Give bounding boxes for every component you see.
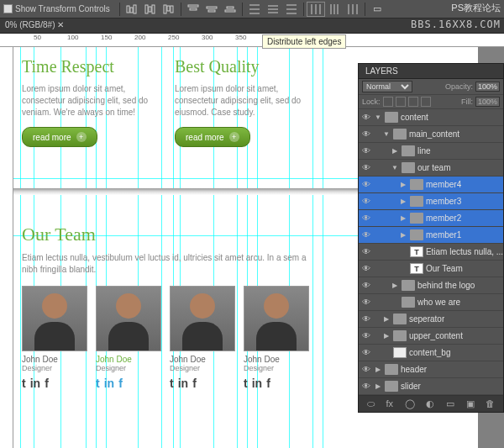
layer-row[interactable]: 👁▶slider [359,378,503,395]
layer-row[interactable]: 👁▶upper_content [359,328,503,345]
layer-row[interactable]: 👁TOur Team [359,261,503,277]
visibility-icon[interactable]: 👁 [359,197,374,206]
linkedin-icon[interactable]: in [30,377,40,390]
visibility-icon[interactable]: 👁 [359,281,374,290]
visibility-icon[interactable]: 👁 [359,113,374,122]
visibility-icon[interactable]: 👁 [359,213,374,223]
visibility-icon[interactable]: 👁 [359,247,374,256]
visibility-icon[interactable]: 👁 [359,264,374,273]
fill-value[interactable]: 100% [475,97,500,107]
ruler-vertical[interactable] [0,47,13,448]
layer-row[interactable]: 👁▼main_content [359,126,503,143]
layer-name[interactable]: seperator [409,314,444,324]
layer-tree[interactable]: 👁▼content👁▼main_content👁▶line👁▼our team👁… [359,109,503,395]
visibility-icon[interactable]: 👁 [359,331,374,340]
visibility-icon[interactable]: 👁 [359,163,374,172]
layer-row[interactable]: 👁▼content [359,109,503,126]
visibility-icon[interactable]: 👁 [359,180,374,189]
visibility-icon[interactable]: 👁 [359,382,374,391]
twitter-icon[interactable]: t [22,377,26,390]
layer-row[interactable]: 👁▶seperator [359,311,503,328]
facebook-icon[interactable]: f [118,377,123,390]
read-more-button[interactable]: read more+ [175,127,250,147]
layer-row[interactable]: 👁▶behind the logo [359,277,503,294]
lock-position-icon[interactable] [408,97,418,107]
linkedin-icon[interactable]: in [178,377,188,390]
link-icon[interactable]: ⬭ [367,398,375,409]
layer-row[interactable]: 👁content_bg [359,345,503,361]
layer-row[interactable]: 👁▶member4 [359,177,503,193]
layer-name[interactable]: header [401,365,427,374]
mask-icon[interactable]: ▭ [368,2,386,17]
expand-chevron-icon[interactable]: ▶ [391,282,399,289]
align-icon[interactable] [221,2,239,17]
visibility-icon[interactable]: 👁 [359,314,374,324]
twitter-icon[interactable]: t [96,377,100,390]
layer-name[interactable]: slider [401,382,421,391]
visibility-icon[interactable]: 👁 [359,298,374,307]
expand-chevron-icon[interactable]: ▶ [382,315,391,323]
distribute-left-icon[interactable] [307,2,325,17]
mask-icon[interactable]: ◯ [405,398,415,409]
expand-chevron-icon[interactable]: ▼ [382,130,391,138]
expand-chevron-icon[interactable]: ▶ [374,382,382,390]
facebook-icon[interactable]: f [192,377,197,390]
facebook-icon[interactable]: f [45,377,49,390]
linkedin-icon[interactable]: in [252,377,262,390]
layer-name[interactable]: content [401,113,428,122]
align-icon[interactable] [184,2,202,17]
layer-name[interactable]: our team [417,163,450,172]
layer-name[interactable]: Our Team [426,264,463,273]
twitter-icon[interactable]: t [170,377,174,390]
expand-chevron-icon[interactable]: ▶ [391,147,399,155]
group-icon[interactable]: ▭ [446,398,454,409]
transform-checkbox[interactable] [3,4,13,13]
align-icon[interactable] [123,2,141,17]
distribute-icon[interactable] [325,2,344,17]
layer-name[interactable]: upper_content [409,331,463,340]
lock-all-icon[interactable] [421,97,431,107]
adjustment-icon[interactable]: ◐ [426,398,434,409]
distribute-icon[interactable] [264,2,282,17]
layer-name[interactable]: main_content [409,129,459,139]
expand-chevron-icon[interactable]: ▶ [399,214,407,222]
layer-name[interactable]: content_bg [409,348,451,357]
expand-chevron-icon[interactable]: ▶ [399,181,407,188]
layer-row[interactable]: 👁▶member2 [359,210,503,227]
layer-name[interactable]: line [417,146,431,155]
layers-tab[interactable]: LAYERS [359,64,503,79]
layer-name[interactable]: member4 [426,180,461,189]
distribute-icon[interactable] [344,2,362,17]
layer-row[interactable]: 👁▶member1 [359,227,503,244]
new-layer-icon[interactable]: ▣ [466,398,475,409]
delete-icon[interactable]: 🗑 [486,398,495,409]
visibility-icon[interactable]: 👁 [359,365,374,374]
expand-chevron-icon[interactable]: ▼ [391,164,399,171]
layer-name[interactable]: member2 [426,213,461,223]
expand-chevron-icon[interactable]: ▶ [399,198,407,205]
distribute-icon[interactable] [245,2,264,17]
opacity-value[interactable]: 100% [475,82,500,92]
align-icon[interactable] [160,2,178,17]
layer-name[interactable]: member1 [426,230,461,240]
read-more-button[interactable]: read more+ [22,127,97,147]
visibility-icon[interactable]: 👁 [359,348,374,357]
align-icon[interactable] [141,2,160,17]
align-icon[interactable] [202,2,221,17]
visibility-icon[interactable]: 👁 [359,129,374,139]
layer-row[interactable]: 👁▶line [359,143,503,160]
ruler-horizontal[interactable]: 50 100 150 200 250 300 350 400 450 [0,34,504,47]
layer-row[interactable]: 👁who we are [359,294,503,311]
lock-pixels-icon[interactable] [396,97,406,107]
expand-chevron-icon[interactable]: ▼ [374,113,382,121]
lock-transparency-icon[interactable] [383,97,393,107]
distribute-icon[interactable] [282,2,301,17]
blend-mode-select[interactable]: Normal [362,81,412,92]
fx-icon[interactable]: fx [386,398,393,409]
layers-panel[interactable]: LAYERS Normal Opacity: 100% Lock: Fill: … [358,63,504,413]
layer-row[interactable]: 👁▶member3 [359,193,503,210]
layer-row[interactable]: 👁▼our team [359,160,503,177]
expand-chevron-icon[interactable]: ▶ [374,366,382,373]
layer-name[interactable]: member3 [426,197,461,206]
expand-chevron-icon[interactable]: ▶ [382,332,391,340]
